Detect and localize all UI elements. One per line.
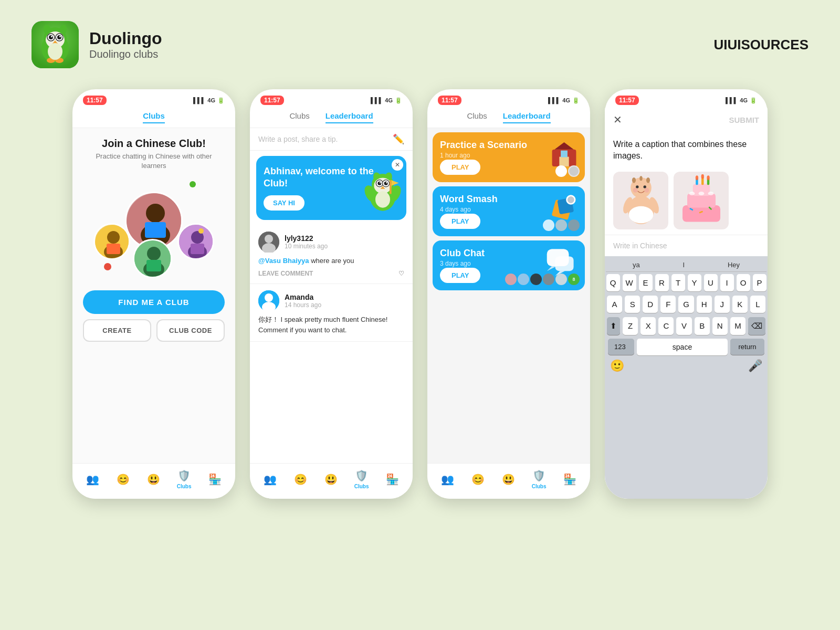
key-q[interactable]: Q xyxy=(606,274,620,291)
key-z[interactable]: Z xyxy=(623,317,638,335)
write-post-bar[interactable]: Write a post, share a tip. ✏️ xyxy=(250,128,413,151)
key-h[interactable]: H xyxy=(697,296,712,313)
close-button[interactable]: ✕ xyxy=(613,113,622,126)
find-club-button[interactable]: FIND ME A CLUB xyxy=(83,290,225,314)
svg-point-10 xyxy=(51,36,52,37)
key-r[interactable]: R xyxy=(655,274,669,291)
bottom-nav-2: 👥 😊 😃 🛡️ Clubs 🏪 xyxy=(250,463,413,499)
say-hi-button[interactable]: SAY HI xyxy=(264,195,304,211)
nav3-home[interactable]: 👥 xyxy=(441,472,455,486)
key-u[interactable]: U xyxy=(704,274,718,291)
caption-input[interactable]: Write in Chinese xyxy=(605,235,768,256)
svg-point-21 xyxy=(107,231,120,244)
brand-logo: UIUISOURCES xyxy=(713,37,808,53)
nav-tab-leaderboard-2[interactable]: Leaderboard xyxy=(326,111,373,123)
key-e[interactable]: E xyxy=(639,274,653,291)
nav-clubs[interactable]: 🛡️ Clubs xyxy=(177,469,192,489)
nav2-shop[interactable]: 🏪 xyxy=(385,472,399,486)
like-icon[interactable]: ♡ xyxy=(398,270,404,277)
nav2-learn[interactable]: 😊 xyxy=(293,472,307,486)
nav3-practice[interactable]: 😃 xyxy=(501,472,515,486)
post-text-1: where are you xyxy=(311,257,354,265)
activity-card-wordsmash: Word Smash 4 days ago PLAY xyxy=(433,186,585,236)
nav-tabs-3[interactable]: Clubs Leaderboard xyxy=(427,108,590,128)
return-key[interactable]: return xyxy=(730,339,764,355)
svg-point-8 xyxy=(49,35,53,39)
submit-button[interactable]: SUBMIT xyxy=(729,116,760,124)
nav-tab-clubs-1[interactable]: Clubs xyxy=(143,111,165,123)
nav-tab-leaderboard-3[interactable]: Leaderboard xyxy=(503,111,551,123)
key-k[interactable]: K xyxy=(732,296,748,313)
nav-tab-clubs-2[interactable]: Clubs xyxy=(289,111,309,123)
svg-point-11 xyxy=(59,36,61,37)
key-w[interactable]: W xyxy=(623,274,636,291)
key-d[interactable]: D xyxy=(643,296,658,313)
key-y[interactable]: Y xyxy=(688,274,701,291)
keyboard-area[interactable]: ya I Hey Q W E R T Y U I O P xyxy=(605,256,768,499)
key-t[interactable]: T xyxy=(671,274,685,291)
clubs-icon-3: 🛡️ xyxy=(532,469,546,482)
nav2-home[interactable]: 👥 xyxy=(264,472,277,486)
caption-header: ✕ SUBMIT xyxy=(605,108,768,131)
nav3-shop[interactable]: 🏪 xyxy=(563,472,576,486)
nav2-practice[interactable]: 😃 xyxy=(324,472,338,486)
key-c[interactable]: C xyxy=(658,317,674,335)
practice-icon-2: 😃 xyxy=(324,472,338,486)
svg-rect-23 xyxy=(107,244,120,254)
nav-home[interactable]: 👥 xyxy=(86,472,100,486)
caption-instruction: Write a caption that combines these imag… xyxy=(605,131,768,166)
emoji-key[interactable]: 🙂 xyxy=(610,359,624,373)
avatars-group xyxy=(91,176,217,281)
key-a[interactable]: A xyxy=(607,296,622,313)
nav3-learn[interactable]: 😊 xyxy=(471,472,485,486)
post-name-2: Amanda xyxy=(285,293,321,301)
status-time-4: 11:57 xyxy=(615,96,639,105)
post-actions-1[interactable]: LEAVE COMMENT ♡ xyxy=(258,270,404,277)
key-g[interactable]: G xyxy=(678,296,694,313)
nav-shop[interactable]: 🏪 xyxy=(208,472,222,486)
wordsmash-play-button[interactable]: PLAY xyxy=(440,214,480,229)
svg-rect-19 xyxy=(145,222,166,238)
nav-practice[interactable]: 😃 xyxy=(146,472,160,486)
key-b[interactable]: B xyxy=(695,317,710,335)
key-o[interactable]: O xyxy=(737,274,750,291)
key-j[interactable]: J xyxy=(715,296,730,313)
welcome-close-button[interactable]: ✕ xyxy=(392,159,403,171)
suggestion-hey[interactable]: Hey xyxy=(728,261,740,269)
practice-icon: 😃 xyxy=(146,472,160,486)
delete-key[interactable]: ⌫ xyxy=(748,317,765,335)
key-n[interactable]: N xyxy=(712,317,728,335)
club-code-button[interactable]: CLUB CODE xyxy=(156,319,225,342)
key-p[interactable]: P xyxy=(753,274,766,291)
post-card-1: lyly3122 10 minutes ago @Vasu Bhaiyya wh… xyxy=(250,225,413,285)
svg-rect-47 xyxy=(390,180,392,194)
shift-key[interactable]: ⬆ xyxy=(607,317,620,335)
avatar-sm3 xyxy=(133,239,172,278)
svg-point-90 xyxy=(698,192,704,195)
nav-learn[interactable]: 😊 xyxy=(116,472,130,486)
key-x[interactable]: X xyxy=(640,317,656,335)
nav2-clubs[interactable]: 🛡️ Clubs xyxy=(354,469,369,489)
create-button[interactable]: CREATE xyxy=(83,319,151,342)
svg-point-89 xyxy=(689,192,695,195)
key-m[interactable]: M xyxy=(730,317,746,335)
nav-tabs-2[interactable]: Clubs Leaderboard xyxy=(250,108,413,128)
mic-key[interactable]: 🎤 xyxy=(748,359,762,373)
suggestion-ya[interactable]: ya xyxy=(633,261,640,269)
leave-comment-button[interactable]: LEAVE COMMENT xyxy=(258,270,313,277)
key-l[interactable]: L xyxy=(750,296,765,313)
scenario-play-button[interactable]: PLAY xyxy=(440,160,480,175)
key-v[interactable]: V xyxy=(676,317,691,335)
key-s[interactable]: S xyxy=(625,296,640,313)
write-icon[interactable]: ✏️ xyxy=(393,133,404,145)
numbers-key[interactable]: 123 xyxy=(608,339,634,355)
nav3-clubs[interactable]: 🛡️ Clubs xyxy=(532,469,547,489)
suggestion-i[interactable]: I xyxy=(682,261,685,269)
key-f[interactable]: F xyxy=(660,296,676,313)
key-i[interactable]: I xyxy=(720,274,734,291)
space-key[interactable]: space xyxy=(637,339,728,355)
clubchat-play-button[interactable]: PLAY xyxy=(440,268,480,283)
nav-tab-clubs-3[interactable]: Clubs xyxy=(467,111,487,123)
learn-icon-3: 😊 xyxy=(471,472,485,486)
svg-point-69 xyxy=(632,177,635,183)
